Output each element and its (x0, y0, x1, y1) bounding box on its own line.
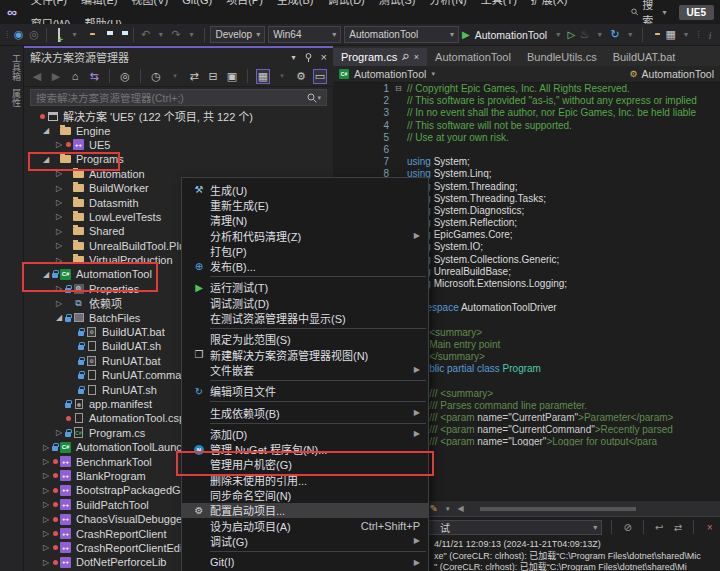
collapse-all-icon[interactable]: ⊟ (206, 70, 220, 83)
context-menu-item-同步命名空间-N-[interactable]: 同步命名空间(N) (182, 487, 428, 502)
expander-icon[interactable]: ▷ (41, 558, 51, 567)
context-menu-item-删除未使用的引用-[interactable]: 删除未使用的引用... (182, 472, 428, 487)
startup-project-dropdown[interactable]: AutomationTool▾ (344, 26, 459, 43)
forward-icon[interactable]: ▶ (49, 70, 63, 83)
scroll-left-icon[interactable]: ◀ (458, 504, 464, 513)
word-wrap-icon[interactable]: ↩ (653, 522, 666, 533)
menu-item[interactable]: 调试(D) (321, 0, 372, 6)
document-tab-builduat-bat[interactable]: BuildUAT.bat (605, 48, 684, 66)
chevron-down-icon[interactable]: ▾ (446, 505, 450, 513)
expander-icon[interactable]: ▷ (54, 256, 64, 265)
close-icon[interactable]: × (414, 52, 419, 62)
navigate-forward-icon[interactable]: ◎ (28, 28, 40, 41)
window-layout-icon[interactable]: ▦ (665, 28, 677, 41)
context-menu-item-新建解决方案资源管理器视图-N-[interactable]: ❐新建解决方案资源管理器视图(N) (182, 347, 428, 362)
context-menu-item-重新生成-E-[interactable]: 重新生成(E) (182, 197, 428, 212)
context-menu-item-管理用户机密-G-[interactable]: 管理用户机密(G) (182, 457, 428, 472)
expander-icon[interactable]: ▷ (54, 284, 64, 293)
expander-icon[interactable]: ▷ (54, 299, 64, 308)
menu-item[interactable]: Git(G) (175, 0, 219, 6)
breadcrumb-member[interactable]: ⚙ AutomationTool (630, 68, 714, 80)
context-menu-item-添加-D-[interactable]: 添加(D)▶ (182, 426, 428, 441)
expander-icon[interactable]: ▷ (41, 486, 51, 495)
document-tab-automationtool[interactable]: AutomationTool (427, 48, 519, 66)
hot-reload-icon[interactable]: ♨ (578, 28, 590, 41)
expander-icon[interactable]: ▷ (54, 140, 64, 149)
menu-item[interactable]: 扩展(X) (524, 0, 575, 6)
close-icon[interactable]: × (321, 51, 327, 63)
start-debug-icon[interactable]: ▶ (462, 29, 470, 40)
home-icon[interactable]: ⌂ (68, 70, 82, 82)
menu-item[interactable]: 视图(V) (125, 0, 176, 6)
window-position-icon[interactable]: ▾ (292, 53, 296, 62)
document-tab-program-cs[interactable]: Program.cs⚲× (333, 48, 427, 66)
solution-configuration-dropdown[interactable]: Develop▾ (210, 26, 265, 43)
context-menu-item-分析和代码清理-Z-[interactable]: 分析和代码清理(Z)▶ (182, 228, 428, 243)
solution-search-box[interactable]: ▾ (30, 89, 327, 106)
menu-item[interactable]: 项目(P) (219, 0, 270, 6)
context-menu-item-限定为此范围-S-[interactable]: 限定为此范围(S) (182, 332, 428, 347)
context-menu-item-Git-I-[interactable]: Git(I)▶ (182, 555, 428, 570)
solution-platform-dropdown[interactable]: Win64▾ (268, 26, 341, 43)
expander-icon[interactable]: ▷ (54, 169, 64, 178)
menu-item[interactable]: 工具(T) (474, 0, 524, 6)
chevron-down-icon[interactable]: ▾ (275, 72, 289, 80)
expander-icon[interactable]: ▷ (54, 198, 64, 207)
chevron-down-icon[interactable]: ▾ (594, 30, 606, 39)
context-menu-item-编辑项目文件[interactable]: ↻编辑项目文件 (182, 384, 428, 399)
pin-icon[interactable]: ⚲ (400, 51, 412, 63)
menu-item[interactable]: 编辑(E) (74, 0, 125, 6)
fold-icon[interactable]: ⊟ (395, 83, 407, 95)
context-menu-item-生成依赖项-B-[interactable]: 生成依赖项(B)▶ (182, 405, 428, 420)
close-panel-icon[interactable]: × (703, 522, 716, 533)
properties-icon[interactable]: ⚙ (294, 70, 308, 83)
back-icon[interactable]: ◀ (30, 70, 44, 83)
clear-output-icon[interactable]: ⊘ (621, 522, 634, 533)
expander-icon[interactable]: ▷ (41, 443, 51, 452)
properties-window-icon[interactable]: ▣ (225, 70, 239, 83)
chevron-down-icon[interactable]: ▾ (680, 30, 692, 39)
sync-with-active-document-icon[interactable]: ⇄ (187, 70, 201, 83)
horizontal-scrollbar[interactable] (472, 506, 712, 512)
menu-item[interactable]: 分析(N) (422, 0, 473, 6)
expander-icon[interactable]: ▷ (41, 529, 51, 538)
code-cleanup-icon[interactable]: ✎ (430, 503, 438, 514)
switch-view-icon[interactable]: ▭ (313, 69, 327, 84)
chevron-down-icon[interactable]: ▾ (185, 30, 197, 39)
expander-icon[interactable]: ▷ (54, 184, 64, 193)
expander-icon[interactable]: ▷ (41, 515, 51, 524)
preview-icon[interactable]: ◎ (118, 70, 132, 83)
context-menu-item-清理-N-[interactable]: 清理(N) (182, 213, 428, 228)
expander-icon[interactable]: ◢ (41, 155, 51, 164)
chevron-down-icon[interactable]: ▾ (155, 30, 167, 39)
tree-item--ue5-122-122-[interactable]: 解决方案 'UE5' (122 个项目, 共 122 个) (24, 109, 333, 123)
expander-icon[interactable]: ▷ (41, 471, 51, 480)
search-input[interactable] (36, 92, 307, 104)
context-menu-item-文件嵌套[interactable]: 文件嵌套▶ (182, 362, 428, 377)
redo-icon[interactable]: ↷ (170, 28, 182, 41)
tree-item-engine[interactable]: ◢Engine (24, 123, 333, 137)
document-tab-bundleutils-cs[interactable]: BundleUtils.cs (519, 48, 605, 66)
context-menu-item-生成-U-[interactable]: ⚒生成(U) (182, 182, 428, 197)
feedback-icon[interactable]: i (704, 29, 716, 41)
context-menu-item-在测试资源管理器中显示-S-[interactable]: 在测试资源管理器中显示(S) (182, 310, 428, 325)
toolbar-grip[interactable]: ⁞ (697, 30, 699, 40)
restart-icon[interactable]: ↻ (609, 28, 621, 41)
expander-icon[interactable]: ▷ (54, 428, 64, 437)
run-target-label[interactable]: AutomationTool (475, 29, 547, 41)
solution-explorer-titlebar[interactable]: 解决方案资源管理器 ▾ × (24, 48, 333, 66)
expander-icon[interactable]: ▷ (54, 241, 64, 250)
context-menu-item-打包-P-[interactable]: 打包(P) (182, 243, 428, 258)
vertical-tab-toolbox[interactable]: 工具箱 (0, 54, 23, 81)
context-menu-item-发布-B-[interactable]: ⊕发布(B)... (182, 258, 428, 273)
context-menu-item-管理-NuGet-程序包-N-[interactable]: N管理 NuGet 程序包(N)... (182, 441, 428, 456)
menu-item[interactable]: 生成(B) (270, 0, 321, 6)
expander-icon[interactable]: ▷ (41, 543, 51, 552)
chevron-down-icon[interactable]: ▾ (624, 30, 636, 39)
chevron-down-icon[interactable]: ▾ (68, 30, 80, 39)
start-without-debug-icon[interactable]: ▷ (567, 29, 575, 40)
navigate-back-icon[interactable]: ◉ (13, 28, 25, 41)
expander-icon[interactable]: ◢ (41, 126, 51, 135)
context-menu-item-设为启动项目-A-[interactable]: 设为启动项目(A)Ctrl+Shift+P (182, 518, 428, 533)
context-menu-item-配置启动项目-[interactable]: ⚙配置启动项目... (182, 503, 428, 518)
